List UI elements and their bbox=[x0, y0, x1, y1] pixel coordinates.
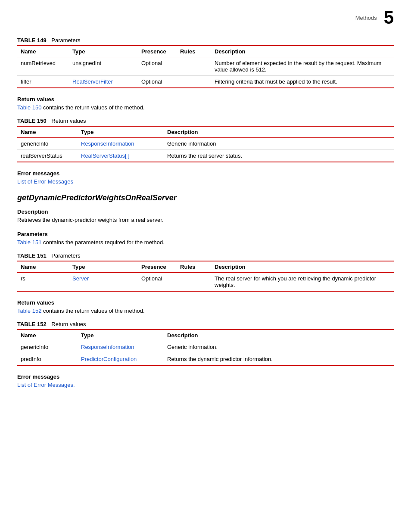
return-values-section-2: Return values Table 152 contains the ret… bbox=[17, 299, 394, 366]
description-text: Retrieves the dynamic-predictor weights … bbox=[17, 217, 394, 223]
col-header-name: Name bbox=[17, 46, 69, 57]
col-header-presence: Presence bbox=[138, 261, 177, 273]
error-messages-heading-1: Error messages bbox=[17, 170, 394, 177]
cell-name: genericInfo bbox=[17, 138, 78, 150]
col-header-description: Description bbox=[211, 261, 394, 273]
cell-type: RealServerStatus[ ] bbox=[78, 150, 164, 162]
table-row: filter RealServerFilter Optional Filteri… bbox=[17, 76, 394, 88]
table151: Name Type Presence Rules Description rs … bbox=[17, 261, 394, 292]
error-messages-section-2: Error messages List of Error Messages. bbox=[17, 373, 394, 388]
table150-label: TABLE 150 Return values bbox=[17, 118, 394, 124]
page-header: Methods 5 bbox=[17, 9, 394, 27]
col-header-rules: Rules bbox=[177, 261, 211, 273]
col-header-type: Type bbox=[69, 46, 138, 57]
parameters-intro-2: Table 151 contains the parameters requir… bbox=[17, 239, 394, 246]
predictorconfiguration-link[interactable]: PredictorConfiguration bbox=[81, 356, 137, 362]
cell-rules bbox=[177, 273, 211, 292]
col-header-rules: Rules bbox=[177, 46, 211, 57]
responseinformation-link-1[interactable]: ResponseInformation bbox=[81, 140, 134, 147]
col-header-type: Type bbox=[78, 126, 164, 138]
table149: Name Type Presence Rules Description num… bbox=[17, 45, 394, 88]
table152-link[interactable]: Table 152 bbox=[17, 308, 41, 314]
return-values-heading-2: Return values bbox=[17, 299, 394, 306]
cell-type: ResponseInformation bbox=[78, 341, 164, 353]
cell-type: Server bbox=[69, 273, 138, 292]
table-row: predInfo PredictorConfiguration Returns … bbox=[17, 353, 394, 366]
cell-presence: Optional bbox=[138, 57, 177, 76]
return-values-intro-2: Table 152 contains the return values of … bbox=[17, 308, 394, 314]
cell-name: genericInfo bbox=[17, 341, 78, 353]
list-of-error-messages-link-1[interactable]: List of Error Messages bbox=[17, 178, 73, 185]
col-header-name: Name bbox=[17, 261, 69, 273]
table151-header-row: Name Type Presence Rules Description bbox=[17, 261, 394, 273]
cell-description: Returns the real server status. bbox=[164, 150, 394, 162]
cell-type: unsignedInt bbox=[69, 57, 138, 76]
cell-name: rs bbox=[17, 273, 69, 292]
table149-header-row: Name Type Presence Rules Description bbox=[17, 46, 394, 57]
description-section: Description Retrieves the dynamic-predic… bbox=[17, 208, 394, 223]
col-header-presence: Presence bbox=[138, 46, 177, 57]
parameters-heading-2: Parameters bbox=[17, 231, 394, 237]
table150-header-row: Name Type Description bbox=[17, 126, 394, 138]
table150-link[interactable]: Table 150 bbox=[17, 104, 41, 111]
table-row: realServerStatus RealServerStatus[ ] Ret… bbox=[17, 150, 394, 162]
cell-description: Returns the dynamic predictor informatio… bbox=[164, 353, 394, 366]
table-row: genericInfo ResponseInformation Generic … bbox=[17, 341, 394, 353]
return-values-intro-1: Table 150 contains the return values of … bbox=[17, 104, 394, 111]
description-heading: Description bbox=[17, 208, 394, 215]
parameters-section-2: Parameters Table 151 contains the parame… bbox=[17, 231, 394, 292]
error-messages-section-1: Error messages List of Error Messages bbox=[17, 170, 394, 185]
cell-type: ResponseInformation bbox=[78, 138, 164, 150]
cell-name: filter bbox=[17, 76, 69, 88]
cell-presence: Optional bbox=[138, 273, 177, 292]
table151-label: TABLE 151 Parameters bbox=[17, 252, 394, 259]
table152: Name Type Description genericInfo Respon… bbox=[17, 329, 394, 366]
cell-type: RealServerFilter bbox=[69, 76, 138, 88]
cell-rules bbox=[177, 57, 211, 76]
col-header-name: Name bbox=[17, 126, 78, 138]
col-header-description: Description bbox=[164, 330, 394, 341]
realserverstatus-link[interactable]: RealServerStatus[ ] bbox=[81, 152, 130, 159]
col-header-name: Name bbox=[17, 330, 78, 341]
error-messages-heading-2: Error messages bbox=[17, 373, 394, 380]
cell-rules bbox=[177, 76, 211, 88]
cell-type: PredictorConfiguration bbox=[78, 353, 164, 366]
table152-header-row: Name Type Description bbox=[17, 330, 394, 341]
col-header-type: Type bbox=[69, 261, 138, 273]
cell-description: Generic information. bbox=[164, 341, 394, 353]
cell-name: predInfo bbox=[17, 353, 78, 366]
cell-name: numRetrieved bbox=[17, 57, 69, 76]
col-header-type: Type bbox=[78, 330, 164, 341]
col-header-description: Description bbox=[164, 126, 394, 138]
table-row: genericInfo ResponseInformation Generic … bbox=[17, 138, 394, 150]
cell-description: Generic information bbox=[164, 138, 394, 150]
methods-label: Methods bbox=[355, 15, 377, 21]
table152-label: TABLE 152 Return values bbox=[17, 321, 394, 327]
method2-title: getDynamicPredictorWeightsOnRealServer bbox=[17, 193, 394, 202]
table-row: numRetrieved unsignedInt Optional Number… bbox=[17, 57, 394, 76]
table149-label: TABLE 149 Parameters bbox=[17, 37, 394, 44]
cell-description: Number of element expected in the result… bbox=[211, 57, 394, 76]
responseinformation-link-2[interactable]: ResponseInformation bbox=[81, 344, 134, 350]
table151-link[interactable]: Table 151 bbox=[17, 239, 41, 246]
return-values-heading-1: Return values bbox=[17, 96, 394, 103]
cell-description: Filtering criteria that must be applied … bbox=[211, 76, 394, 88]
cell-description: The real server for which you are retrie… bbox=[211, 273, 394, 292]
cell-presence: Optional bbox=[138, 76, 177, 88]
col-header-description: Description bbox=[211, 46, 394, 57]
table-row: rs Server Optional The real server for w… bbox=[17, 273, 394, 292]
server-link[interactable]: Server bbox=[72, 275, 89, 282]
table150: Name Type Description genericInfo Respon… bbox=[17, 126, 394, 162]
return-values-section-1: Return values Table 150 contains the ret… bbox=[17, 96, 394, 162]
page-number: 5 bbox=[384, 9, 394, 27]
cell-name: realServerStatus bbox=[17, 150, 78, 162]
realserverfilter-link[interactable]: RealServerFilter bbox=[72, 78, 113, 85]
list-of-error-messages-link-2[interactable]: List of Error Messages. bbox=[17, 382, 75, 388]
table149-section: TABLE 149 Parameters Name Type Presence … bbox=[17, 37, 394, 88]
